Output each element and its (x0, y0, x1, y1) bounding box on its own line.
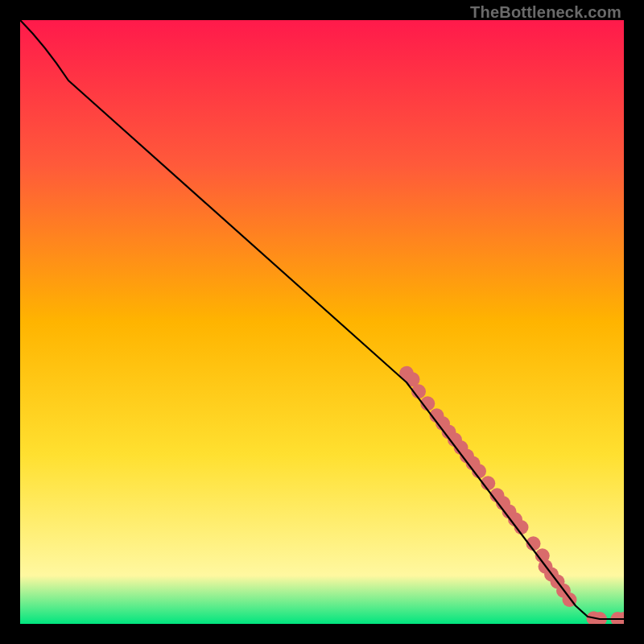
credit-label: TheBottleneck.com (470, 3, 621, 22)
gradient-background (20, 20, 624, 624)
bottleneck-chart (20, 20, 624, 624)
chart-frame (20, 20, 624, 624)
